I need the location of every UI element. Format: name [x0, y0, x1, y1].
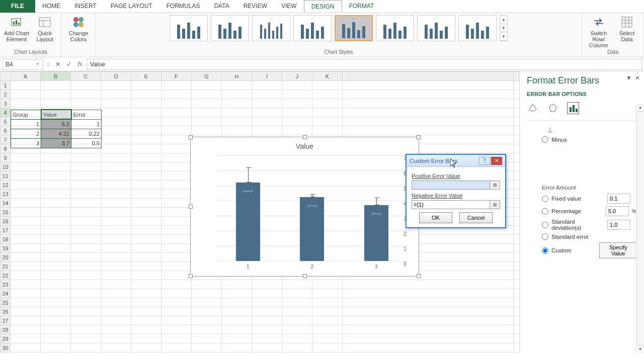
dialog-help-button[interactable]: ? — [479, 157, 490, 165]
chart-style-4[interactable]: ····· — [293, 15, 332, 41]
chart-styles-dropdown[interactable]: ▴▾▾ — [500, 15, 508, 41]
range-picker-icon[interactable]: ⊞ — [490, 200, 500, 209]
col-header[interactable]: G — [192, 72, 222, 81]
col-header[interactable]: I — [252, 72, 282, 81]
pane-close-icon[interactable]: ✕ — [635, 74, 640, 81]
cell-selected[interactable]: Value — [41, 110, 71, 119]
tab-page-layout[interactable]: PAGE LAYOUT — [104, 0, 159, 13]
direction-minus-radio[interactable] — [542, 136, 548, 143]
col-header[interactable]: F — [162, 72, 192, 81]
cell[interactable]: Error — [71, 110, 102, 119]
chart-style-1[interactable]: ····· — [170, 15, 208, 41]
plot-area[interactable]: 01234567○—○1○—○2○—○3 — [206, 155, 409, 261]
row-header[interactable]: 30 — [1, 343, 11, 352]
row-header[interactable]: 28 — [1, 325, 11, 334]
cell[interactable]: 2 — [11, 129, 41, 138]
row-header[interactable]: 15 — [1, 208, 11, 217]
pane-scrollbar[interactable]: ▲▼ — [636, 104, 644, 353]
col-header[interactable]: E — [131, 72, 162, 81]
chart-style-8[interactable]: ····· — [458, 15, 497, 41]
range-picker-icon[interactable]: ⊞ — [490, 180, 500, 190]
specify-value-button[interactable]: Specify Value — [599, 242, 637, 258]
cell[interactable]: Group — [11, 110, 41, 119]
row-header[interactable]: 8 — [1, 144, 11, 153]
row-header[interactable]: 11 — [1, 171, 11, 180]
col-header[interactable]: K — [312, 72, 343, 81]
negative-error-input[interactable] — [412, 200, 490, 209]
std-error-radio[interactable] — [542, 233, 548, 240]
row-header[interactable]: 14 — [1, 199, 11, 208]
row-header[interactable]: 22 — [1, 271, 11, 280]
tab-view[interactable]: VIEW — [274, 0, 304, 13]
col-header[interactable] — [343, 72, 514, 81]
row-header[interactable]: 5 — [1, 117, 11, 126]
chart-style-7[interactable]: ····· — [417, 15, 455, 41]
cell[interactable]: 3 — [11, 138, 41, 148]
cell[interactable]: 1 — [71, 119, 102, 129]
cell[interactable]: 1 — [11, 119, 41, 129]
row-header[interactable]: 10 — [1, 162, 11, 171]
col-header[interactable]: A — [11, 72, 41, 81]
col-header[interactable]: B — [41, 72, 71, 81]
fill-line-icon[interactable] — [527, 102, 539, 114]
dialog-titlebar[interactable]: Custom Error Bars ?✕ — [407, 155, 505, 167]
tab-formulas[interactable]: FORMULAS — [159, 0, 207, 13]
std-dev-radio[interactable] — [542, 222, 548, 228]
name-box[interactable]: B4▼ — [2, 59, 43, 70]
row-header[interactable]: 2 — [1, 90, 11, 99]
select-all[interactable] — [1, 72, 11, 81]
pane-menu-icon[interactable]: ▼ — [626, 74, 632, 81]
formula-input[interactable]: Value — [87, 59, 642, 70]
tab-insert[interactable]: INSERT — [67, 0, 104, 13]
chart-style-3[interactable]: ····· — [252, 15, 290, 41]
dialog-close-button[interactable]: ✕ — [491, 157, 502, 165]
tab-data[interactable]: DATA — [207, 0, 236, 13]
row-header[interactable]: 13 — [1, 190, 11, 199]
row-header[interactable]: 4 — [1, 108, 11, 117]
row-header[interactable]: 29 — [1, 334, 11, 343]
cell[interactable]: 5.2 — [41, 119, 71, 129]
row-header[interactable]: 6 — [1, 126, 11, 135]
row-header[interactable]: 1 — [1, 81, 11, 90]
std-dev-input[interactable] — [607, 220, 630, 230]
effects-icon[interactable] — [547, 102, 559, 114]
fixed-value-input[interactable] — [607, 194, 630, 204]
switch-row-column-button[interactable]: Switch Row/ Column — [586, 15, 611, 48]
col-header[interactable]: C — [71, 72, 101, 81]
row-header[interactable]: 3 — [1, 99, 11, 108]
row-header[interactable]: 25 — [1, 298, 11, 307]
row-header[interactable]: 12 — [1, 180, 11, 190]
row-header[interactable]: 20 — [1, 253, 11, 262]
cell[interactable]: 0.5 — [71, 138, 102, 148]
col-header[interactable]: H — [222, 72, 252, 81]
chart-style-2[interactable]: ····· — [211, 15, 249, 41]
cell[interactable]: 3.7 — [41, 138, 71, 148]
row-header[interactable]: 26 — [1, 307, 11, 316]
add-chart-element-button[interactable]: Add Chart Element — [4, 15, 29, 42]
tab-review[interactable]: REVIEW — [236, 0, 274, 13]
tab-design[interactable]: DESIGN — [304, 0, 342, 13]
custom-radio[interactable] — [542, 247, 548, 254]
ok-button[interactable]: OK — [419, 212, 452, 223]
row-header[interactable]: 21 — [1, 262, 11, 271]
tab-format[interactable]: FORMAT — [342, 0, 381, 13]
percentage-radio[interactable] — [542, 208, 548, 215]
chart-style-5[interactable]: ····· — [335, 15, 373, 41]
row-header[interactable]: 17 — [1, 226, 11, 235]
col-header[interactable]: J — [282, 72, 312, 81]
row-header[interactable]: 9 — [1, 153, 11, 162]
row-header[interactable]: 18 — [1, 235, 11, 244]
embedded-chart[interactable]: Value 01234567○—○1○—○2○—○3 — [190, 137, 419, 277]
chart-style-6[interactable]: ····· — [376, 15, 414, 41]
tab-home[interactable]: HOME — [35, 0, 67, 13]
chart-title[interactable]: Value — [191, 142, 419, 150]
col-header[interactable]: D — [101, 72, 131, 81]
cancel-formula-button[interactable]: ✕ — [53, 60, 62, 69]
cell[interactable]: 0.22 — [71, 129, 102, 138]
row-header[interactable]: 16 — [1, 217, 11, 226]
cell[interactable]: 4.22 — [41, 129, 71, 138]
cancel-button[interactable]: Cancel — [459, 212, 493, 223]
percentage-input[interactable] — [606, 206, 629, 216]
change-colors-button[interactable]: Change Colors — [66, 15, 91, 42]
row-header[interactable]: 19 — [1, 244, 11, 253]
